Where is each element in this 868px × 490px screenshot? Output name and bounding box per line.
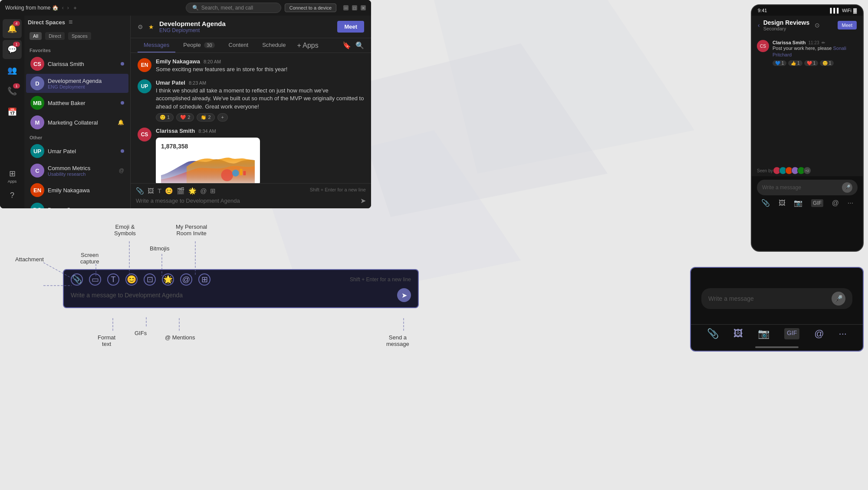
phone2-camera-icon[interactable]: 📷	[758, 328, 769, 339]
seen-label: Seen by	[757, 168, 773, 173]
settings-icon[interactable]: ⚙	[138, 23, 143, 30]
input-toolbar: 📎 🖼 T 😊 🎬 🌟 @ ⊞ Shift + Enter for a new …	[136, 187, 366, 195]
reaction-clap[interactable]: 👏 2	[197, 113, 214, 122]
maximize-button[interactable]: □	[352, 5, 357, 10]
new-tab-icon[interactable]: ＋	[72, 4, 78, 12]
phone2-more-icon[interactable]: ···	[839, 328, 847, 339]
enlarged-input-box: 📎 ▭ T 😊 ⊡ 🌟 @ ⊞ Shift + Enter for a new …	[63, 269, 419, 308]
enlarge-more-icon[interactable]: ⊞	[198, 273, 210, 286]
avatar-umar: UP	[30, 144, 44, 158]
more-icon[interactable]: ⊞	[210, 187, 216, 195]
people-count: 30	[204, 42, 214, 48]
phone-camera-icon[interactable]: 📷	[794, 199, 802, 207]
sticker-icon[interactable]: 🌟	[188, 187, 197, 195]
unread-dot-clarissa	[121, 62, 124, 66]
enlarge-screen-icon[interactable]: ▭	[89, 273, 101, 286]
phone-reaction-heart[interactable]: ❤️ 1	[804, 60, 818, 66]
forward-icon[interactable]: ›	[67, 5, 69, 11]
emoji-icon[interactable]: 😊	[165, 187, 173, 195]
enlarge-gif-icon[interactable]: ⊡	[144, 273, 156, 286]
tab-people[interactable]: People 30	[177, 38, 220, 53]
filter-direct[interactable]: Direct	[45, 32, 65, 40]
enlarge-format-icon[interactable]: T	[107, 273, 119, 286]
enlarge-attach-icon[interactable]: 📎	[71, 273, 83, 286]
phone-reaction-blue-heart[interactable]: 💙 1	[773, 60, 786, 66]
format-icon[interactable]: T	[158, 187, 161, 195]
phone-meet-button[interactable]: Meet	[838, 21, 857, 30]
enlarged-placeholder[interactable]: Write a message to Development Agenda	[71, 292, 394, 299]
filter-all[interactable]: All	[30, 32, 42, 40]
gif-icon[interactable]: 🎬	[177, 187, 185, 195]
back-icon[interactable]: ‹	[62, 5, 64, 11]
sidebar-item-help[interactable]: ?	[3, 186, 22, 205]
message-placeholder[interactable]: Write a message to Development Agenda	[136, 197, 360, 204]
enlarge-emoji-icon[interactable]: 😊	[125, 273, 138, 286]
send-icon[interactable]: ➤	[360, 197, 366, 205]
meet-button[interactable]: Meet	[337, 21, 364, 33]
phone2-mic-button[interactable]: 🎤	[832, 292, 845, 306]
message-header-umar-1: Umar Patel 8:23 AM	[156, 79, 364, 86]
search-chat-icon[interactable]: 🔍	[355, 41, 364, 49]
sidebar-item-teams[interactable]: 👥	[3, 61, 22, 80]
phone-chat-header: ‹ Design Reviews Secondary ⊙ Meet	[752, 16, 863, 35]
tab-messages[interactable]: Messages	[138, 38, 175, 53]
reaction-heart[interactable]: ❤️ 2	[176, 113, 194, 122]
channel-item-common[interactable]: C Common Metrics Usability research @	[26, 161, 128, 180]
channel-item-marketing[interactable]: M Marketing Collateral 🔔	[26, 113, 128, 132]
channel-item-emily[interactable]: EN Emily Nakagawa	[26, 181, 128, 200]
minimize-button[interactable]: ─	[343, 5, 349, 10]
sidebar-item-chat[interactable]: 💬 1	[3, 40, 22, 59]
mention-icon[interactable]: @	[200, 187, 207, 195]
channel-item-umar[interactable]: UP Umar Patel	[26, 141, 128, 161]
phone2-attach-icon[interactable]: 📎	[707, 328, 719, 339]
phone2-input-box[interactable]: Write a message 🎤	[701, 288, 852, 309]
phone2-image-icon[interactable]: 🖼	[733, 328, 743, 339]
sidebar-item-activity[interactable]: 🔔 4	[3, 19, 22, 38]
enlarge-mention-icon[interactable]: @	[180, 273, 192, 286]
connect-button[interactable]: Connect to a device	[285, 3, 336, 12]
phone2-gif-icon[interactable]: GIF	[784, 328, 799, 339]
phone-mention-icon[interactable]: @	[832, 199, 839, 207]
channel-item-matthew[interactable]: MB Matthew Baker	[26, 93, 128, 112]
chart-number: 1,878,358	[161, 143, 255, 150]
chart-attachment[interactable]: 1,878,358	[156, 138, 260, 183]
phone-image-icon[interactable]: 🖼	[779, 199, 786, 207]
sidebar-item-apps[interactable]: ⊞ Apps	[3, 167, 22, 186]
phone-reaction-thumbsup[interactable]: 👍 1	[788, 60, 802, 66]
reaction-smile[interactable]: 🙂 1	[156, 113, 174, 122]
message-author-emily-1: Emily Nakagawa	[156, 58, 200, 65]
calendar-icon: 📅	[7, 107, 17, 117]
phone-attach-icon[interactable]: 📎	[761, 199, 770, 207]
hamburger-icon[interactable]: ≡	[69, 18, 72, 26]
bookmark-icon[interactable]: 🔖	[342, 41, 351, 49]
channel-item-dev-agenda[interactable]: D Development Agenda ENG Deployment	[26, 74, 128, 93]
image-icon[interactable]: 🖼	[148, 187, 154, 195]
channel-filter-bar: All Direct Spaces	[24, 29, 130, 43]
phone-input-box[interactable]: Write a message 🎤	[757, 180, 858, 195]
enlarge-bitmoji-icon[interactable]: 🌟	[162, 273, 174, 286]
phone-back-button[interactable]: ‹	[758, 22, 760, 29]
close-button[interactable]: ✕	[361, 5, 366, 10]
search-bar[interactable]: 🔍 Search, meet, and call	[186, 3, 281, 13]
filter-spaces[interactable]: Spaces	[68, 32, 91, 40]
phone-reaction-smile[interactable]: 😊 1	[820, 60, 834, 66]
reaction-add[interactable]: +	[217, 113, 228, 122]
tab-schedule[interactable]: Schedule	[256, 38, 292, 53]
phone-mic-button[interactable]: 🎤	[842, 182, 852, 193]
message-author-umar-1: Umar Patel	[156, 79, 185, 86]
enlarged-send-button[interactable]: ➤	[397, 288, 411, 302]
tab-content[interactable]: Content	[223, 38, 255, 53]
phone-header-icon[interactable]: ⊙	[815, 22, 820, 29]
avatar-common: C	[30, 164, 44, 178]
phone-more-icon[interactable]: ···	[848, 199, 853, 207]
phone-gif-icon[interactable]: GIF	[811, 199, 823, 207]
favorites-label: Favorites	[24, 45, 130, 54]
phone2-mention-icon[interactable]: @	[814, 328, 824, 339]
add-apps-tab[interactable]: + Apps	[293, 40, 322, 51]
channel-item-clarissa[interactable]: CS Clarissa Smith	[26, 54, 128, 73]
attach-icon[interactable]: 📎	[136, 187, 144, 195]
sidebar-item-calls[interactable]: 📞 1	[3, 82, 22, 101]
channel-item-darren[interactable]: DO Darren Owens	[26, 200, 128, 208]
favorite-star-icon[interactable]: ★	[148, 23, 154, 30]
sidebar-item-calendar[interactable]: 📅	[3, 102, 22, 122]
